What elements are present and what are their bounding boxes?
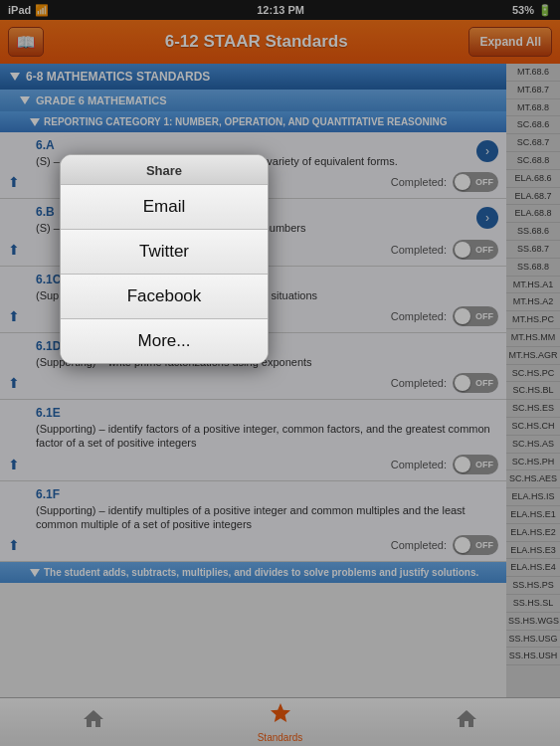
share-option-twitter[interactable]: Twitter bbox=[61, 230, 268, 275]
share-popup: Share Email Twitter Facebook More... bbox=[60, 154, 269, 364]
share-option-facebook[interactable]: Facebook bbox=[61, 275, 268, 319]
share-popup-title: Share bbox=[61, 155, 268, 185]
share-option-more[interactable]: More... bbox=[61, 319, 268, 363]
overlay[interactable] bbox=[0, 0, 560, 746]
share-option-email[interactable]: Email bbox=[61, 185, 268, 230]
